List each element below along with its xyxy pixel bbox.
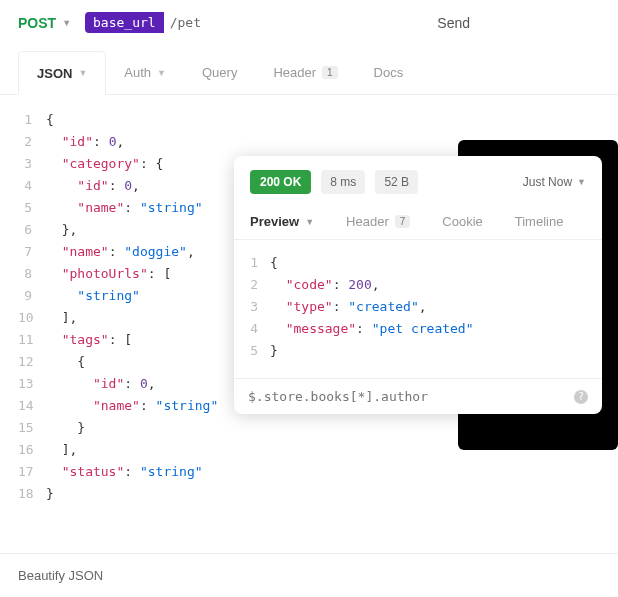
chevron-down-icon: ▼ bbox=[305, 217, 314, 227]
response-filter-bar: ? bbox=[234, 378, 602, 414]
header-count-badge: 1 bbox=[322, 66, 338, 79]
tab-query-label: Query bbox=[202, 65, 237, 80]
response-summary: 200 OK 8 ms 52 B Just Now ▼ bbox=[234, 156, 602, 204]
method-selector[interactable]: POST ▼ bbox=[18, 15, 71, 31]
url-path: /pet bbox=[164, 12, 207, 33]
line-number: 5 bbox=[250, 340, 270, 362]
tab-docs-label: Docs bbox=[374, 65, 404, 80]
tab-cookie[interactable]: Cookie bbox=[442, 204, 496, 239]
code-content: "id": 0, bbox=[46, 373, 156, 395]
line-number: 6 bbox=[18, 219, 46, 241]
line-number: 10 bbox=[18, 307, 46, 329]
jsonpath-filter-input[interactable] bbox=[248, 389, 574, 404]
tab-preview[interactable]: Preview ▼ bbox=[250, 204, 328, 239]
response-panel: 200 OK 8 ms 52 B Just Now ▼ Preview ▼ He… bbox=[234, 156, 602, 414]
code-content: "tags": [ bbox=[46, 329, 132, 351]
line-number: 2 bbox=[18, 131, 46, 153]
response-when-label: Just Now bbox=[523, 175, 572, 189]
tab-json-label: JSON bbox=[37, 66, 72, 81]
tab-json[interactable]: JSON ▼ bbox=[18, 51, 106, 95]
line-number: 4 bbox=[18, 175, 46, 197]
help-icon[interactable]: ? bbox=[574, 390, 588, 404]
code-line: 5} bbox=[250, 340, 586, 362]
line-number: 16 bbox=[18, 439, 46, 461]
code-content: ], bbox=[46, 439, 77, 461]
response-tabs: Preview ▼ Header 7 Cookie Timeline bbox=[234, 204, 602, 240]
code-content: } bbox=[46, 417, 85, 439]
line-number: 11 bbox=[18, 329, 46, 351]
line-number: 3 bbox=[250, 296, 270, 318]
code-line: 4 "message": "pet created" bbox=[250, 318, 586, 340]
code-content: "id": 0, bbox=[46, 175, 140, 197]
line-number: 5 bbox=[18, 197, 46, 219]
line-number: 8 bbox=[18, 263, 46, 285]
code-line: 17 "status": "string" bbox=[18, 461, 600, 483]
code-line: 3 "type": "created", bbox=[250, 296, 586, 318]
line-number: 3 bbox=[18, 153, 46, 175]
code-content: }, bbox=[46, 219, 77, 241]
request-tabs: JSON ▼ Auth ▼ Query Header 1 Docs bbox=[0, 51, 618, 95]
code-content: "message": "pet created" bbox=[270, 318, 474, 340]
status-badge: 200 OK bbox=[250, 170, 311, 194]
line-number: 9 bbox=[18, 285, 46, 307]
code-line: 1{ bbox=[18, 109, 600, 131]
chevron-down-icon: ▼ bbox=[577, 177, 586, 187]
line-number: 1 bbox=[250, 252, 270, 274]
tab-docs[interactable]: Docs bbox=[356, 51, 422, 95]
send-button[interactable]: Send bbox=[437, 15, 470, 31]
code-content: } bbox=[46, 483, 54, 505]
tab-response-header[interactable]: Header 7 bbox=[346, 204, 424, 239]
line-number: 13 bbox=[18, 373, 46, 395]
response-when[interactable]: Just Now ▼ bbox=[523, 175, 586, 189]
tab-header-label: Header bbox=[273, 65, 316, 80]
tab-cookie-label: Cookie bbox=[442, 214, 482, 229]
code-content: } bbox=[270, 340, 278, 362]
code-content: { bbox=[46, 109, 54, 131]
response-header-count-badge: 7 bbox=[395, 215, 411, 228]
method-label: POST bbox=[18, 15, 56, 31]
code-line: 18} bbox=[18, 483, 600, 505]
chevron-down-icon: ▼ bbox=[78, 68, 87, 78]
chevron-down-icon: ▼ bbox=[62, 18, 71, 28]
tab-response-header-label: Header bbox=[346, 214, 389, 229]
line-number: 7 bbox=[18, 241, 46, 263]
line-number: 14 bbox=[18, 395, 46, 417]
tab-auth[interactable]: Auth ▼ bbox=[106, 51, 184, 95]
code-content: ], bbox=[46, 307, 77, 329]
code-content: "type": "created", bbox=[270, 296, 427, 318]
line-number: 4 bbox=[250, 318, 270, 340]
code-content: "string" bbox=[46, 285, 140, 307]
tab-timeline-label: Timeline bbox=[515, 214, 564, 229]
code-line: 1{ bbox=[250, 252, 586, 274]
url-input[interactable]: base_url /pet bbox=[85, 12, 207, 33]
chevron-down-icon: ▼ bbox=[157, 68, 166, 78]
code-content: "id": 0, bbox=[46, 131, 124, 153]
response-body-viewer[interactable]: 1{2 "code": 200,3 "type": "created",4 "m… bbox=[234, 240, 602, 378]
line-number: 15 bbox=[18, 417, 46, 439]
code-content: "name": "string" bbox=[46, 395, 218, 417]
tab-timeline[interactable]: Timeline bbox=[515, 204, 578, 239]
code-content: "status": "string" bbox=[46, 461, 203, 483]
tab-header[interactable]: Header 1 bbox=[255, 51, 355, 95]
base-url-chip: base_url bbox=[85, 12, 164, 33]
code-content: "category": { bbox=[46, 153, 163, 175]
tab-auth-label: Auth bbox=[124, 65, 151, 80]
response-time: 8 ms bbox=[321, 170, 365, 194]
line-number: 12 bbox=[18, 351, 46, 373]
code-line: 2 "code": 200, bbox=[250, 274, 586, 296]
tab-preview-label: Preview bbox=[250, 214, 299, 229]
code-content: "name": "string" bbox=[46, 197, 203, 219]
code-content: "code": 200, bbox=[270, 274, 380, 296]
code-content: "photoUrls": [ bbox=[46, 263, 171, 285]
code-content: { bbox=[46, 351, 85, 373]
line-number: 1 bbox=[18, 109, 46, 131]
tab-query[interactable]: Query bbox=[184, 51, 255, 95]
request-bar: POST ▼ base_url /pet Send bbox=[0, 0, 618, 51]
response-size: 52 B bbox=[375, 170, 418, 194]
beautify-json-button[interactable]: Beautify JSON bbox=[0, 553, 618, 597]
line-number: 17 bbox=[18, 461, 46, 483]
code-content: { bbox=[270, 252, 278, 274]
line-number: 2 bbox=[250, 274, 270, 296]
code-content: "name": "doggie", bbox=[46, 241, 195, 263]
line-number: 18 bbox=[18, 483, 46, 505]
